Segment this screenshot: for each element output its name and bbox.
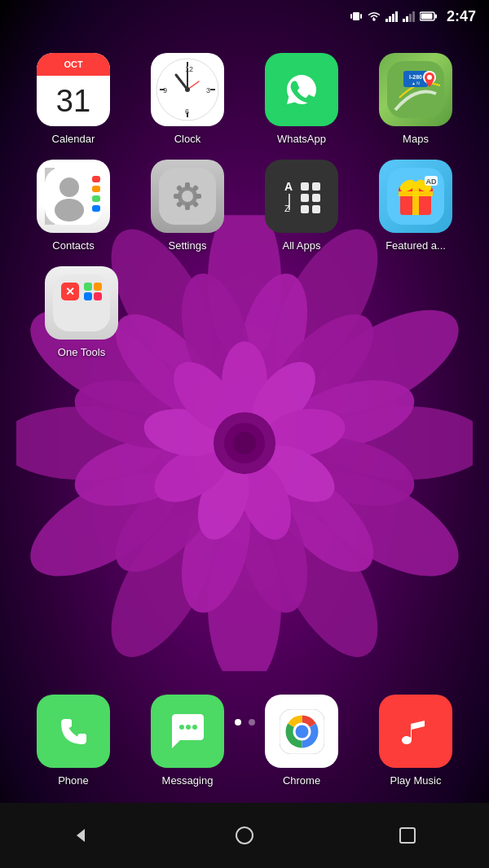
svg-text:AD: AD [426, 178, 437, 186]
svg-rect-79 [92, 205, 100, 212]
app-maps[interactable]: I-280 ▲ N Maps [367, 53, 465, 145]
svg-rect-37 [350, 14, 352, 19]
svg-rect-119 [94, 292, 102, 300]
status-time: 2:47 [447, 8, 476, 25]
svg-point-122 [179, 725, 184, 730]
whatsapp-label: WhatsApp [277, 133, 326, 145]
messaging-logo [165, 709, 210, 754]
app-featured[interactable]: AD Featured a... [367, 160, 465, 252]
svg-text:9: 9 [163, 86, 167, 94]
svg-point-110 [412, 182, 420, 190]
music-icon [379, 695, 452, 768]
allapps-label: All Apps [283, 239, 321, 252]
app-row-3: ✕ One Tools [16, 266, 473, 358]
allapps-logo: A Z [273, 168, 330, 225]
settings-icon [151, 160, 224, 233]
svg-rect-129 [394, 709, 438, 754]
svg-rect-86 [185, 204, 190, 210]
app-settings[interactable]: Settings [139, 160, 236, 252]
svg-rect-46 [409, 14, 412, 22]
dock-music[interactable]: Play Music [367, 695, 465, 787]
svg-point-128 [295, 725, 308, 738]
music-logo [394, 709, 438, 754]
recent-button[interactable] [387, 815, 428, 856]
svg-rect-120 [51, 709, 96, 754]
svg-point-131 [236, 827, 253, 844]
svg-rect-41 [389, 16, 391, 22]
onetools-icon: ✕ [45, 266, 118, 340]
clock-icon: 12 3 6 9 [151, 53, 224, 126]
contacts-icon [37, 160, 110, 233]
svg-point-39 [372, 18, 376, 21]
dock-messaging[interactable]: Messaging [139, 695, 236, 787]
phone-icon [37, 695, 110, 768]
svg-text:6: 6 [185, 107, 189, 116]
svg-rect-76 [92, 176, 100, 182]
clock-label: Clock [174, 133, 201, 145]
messaging-label: Messaging [162, 774, 214, 787]
svg-text:3: 3 [206, 86, 210, 94]
svg-rect-101 [301, 205, 309, 213]
featured-icon: AD [379, 160, 452, 233]
featured-label: Featured a... [385, 239, 446, 252]
app-allapps[interactable]: A Z All Apps [253, 160, 350, 252]
app-contacts[interactable]: Contacts [24, 160, 122, 252]
dock: Phone Messaging [0, 695, 489, 787]
svg-rect-88 [195, 194, 201, 199]
app-whatsapp[interactable]: WhatsApp [253, 53, 350, 145]
svg-marker-130 [77, 829, 85, 842]
vibrate-icon [350, 10, 363, 23]
phone-label: Phone [58, 774, 89, 787]
home-icon [235, 826, 254, 845]
svg-text:12: 12 [185, 65, 193, 73]
app-grid: OCT 31 Calendar 12 3 6 9 [0, 45, 489, 381]
svg-rect-107 [399, 191, 433, 196]
music-label: Play Music [390, 774, 442, 787]
svg-point-81 [55, 199, 84, 221]
svg-rect-97 [301, 182, 309, 191]
calendar-number: 31 [56, 76, 90, 126]
messaging-icon [151, 695, 224, 768]
svg-text:A: A [284, 180, 293, 193]
svg-point-63 [185, 87, 190, 92]
app-onetools[interactable]: ✕ One Tools [33, 266, 130, 358]
home-button[interactable] [224, 815, 265, 856]
svg-rect-99 [301, 194, 309, 202]
svg-text:✕: ✕ [65, 285, 75, 298]
app-clock[interactable]: 12 3 6 9 Clock [139, 53, 236, 145]
back-icon [72, 826, 91, 845]
chrome-logo [280, 709, 324, 754]
status-icons: 2:47 [350, 8, 476, 25]
svg-rect-117 [94, 283, 102, 291]
maps-icon: I-280 ▲ N [379, 53, 452, 126]
app-calendar[interactable]: OCT 31 Calendar [24, 53, 122, 145]
onetools-logo: ✕ [53, 274, 110, 331]
back-button[interactable] [61, 815, 102, 856]
chrome-icon [265, 695, 338, 768]
maps-label: Maps [403, 133, 429, 145]
svg-rect-78 [92, 195, 100, 202]
svg-point-124 [192, 725, 197, 730]
svg-text:▲ N: ▲ N [412, 81, 420, 85]
svg-rect-113 [53, 274, 110, 331]
contacts-logo [45, 168, 102, 225]
svg-rect-98 [312, 182, 320, 191]
app-row-2: Contacts [16, 160, 473, 252]
signal1-icon [385, 11, 399, 22]
svg-point-123 [186, 725, 191, 730]
svg-rect-132 [400, 828, 415, 843]
signal2-icon [403, 11, 416, 22]
dock-chrome[interactable]: Chrome [253, 695, 350, 787]
svg-rect-44 [403, 19, 405, 22]
dock-phone[interactable]: Phone [24, 695, 122, 787]
svg-rect-102 [312, 205, 320, 213]
svg-rect-100 [312, 194, 320, 202]
svg-point-70 [427, 75, 432, 80]
app-row-1: OCT 31 Calendar 12 3 6 9 [16, 53, 473, 145]
svg-point-84 [182, 191, 193, 202]
battery-icon [420, 11, 438, 21]
svg-rect-42 [392, 14, 394, 22]
calendar-icon: OCT 31 [37, 53, 110, 126]
onetools-label: One Tools [58, 346, 105, 358]
nav-bar [0, 803, 489, 868]
